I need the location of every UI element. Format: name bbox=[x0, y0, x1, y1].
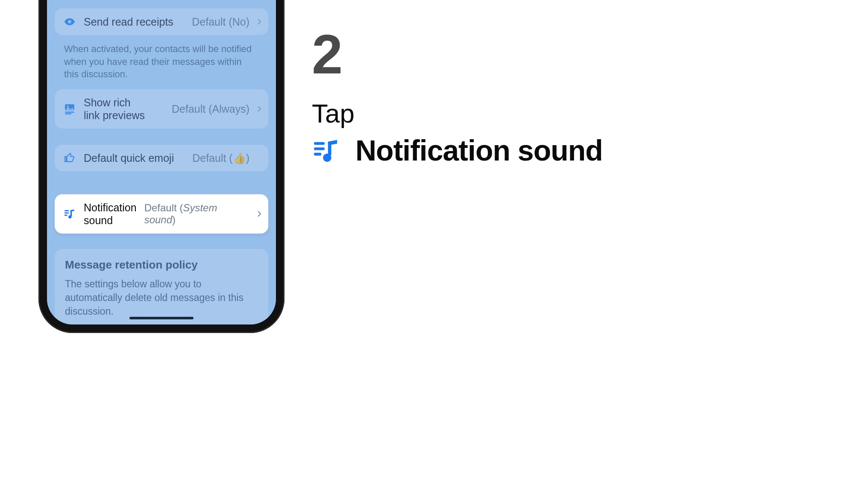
row-default-quick-emoji-value: Default (👍) bbox=[192, 152, 260, 164]
row-rich-link-previews-value: Default (Always) bbox=[172, 103, 260, 115]
svg-rect-11 bbox=[314, 153, 321, 156]
phone-screen: Send read receipts Default (No) When act… bbox=[47, 0, 276, 324]
row-rich-link-previews[interactable]: Show rich link previews Default (Always) bbox=[55, 89, 268, 129]
row-read-receipts[interactable]: Send read receipts Default (No) bbox=[55, 9, 268, 35]
svg-rect-4 bbox=[65, 113, 71, 114]
chevron-right-icon bbox=[257, 105, 261, 112]
music-list-icon bbox=[63, 207, 76, 220]
chevron-right-icon bbox=[257, 210, 261, 217]
retention-heading: Message retention policy bbox=[65, 258, 258, 272]
row-default-quick-emoji[interactable]: Default quick emoji Default (👍) bbox=[55, 145, 268, 171]
svg-rect-10 bbox=[314, 147, 325, 150]
row-default-quick-emoji-title: Default quick emoji bbox=[84, 152, 174, 164]
eye-icon bbox=[63, 15, 76, 28]
row-notification-sound[interactable]: Notification sound Default (System sound… bbox=[55, 194, 268, 234]
svg-rect-6 bbox=[65, 213, 69, 214]
row-notification-sound-value: Default (System sound) bbox=[144, 202, 260, 226]
home-indicator bbox=[129, 317, 194, 319]
instruction-action: Tap bbox=[312, 98, 782, 129]
music-list-icon bbox=[312, 137, 339, 164]
row-read-receipts-title: Send read receipts bbox=[84, 15, 173, 28]
section-retention-policy: Message retention policy The settings be… bbox=[55, 249, 268, 324]
retention-body: The settings below allow you to automati… bbox=[65, 278, 258, 318]
phone-device: Send read receipts Default (No) When act… bbox=[38, 0, 284, 333]
svg-rect-7 bbox=[65, 215, 67, 216]
thumbs-up-icon bbox=[63, 152, 76, 164]
step-number: 2 bbox=[312, 26, 782, 82]
svg-point-0 bbox=[68, 20, 71, 23]
instruction-target-label: Notification sound bbox=[355, 134, 603, 167]
svg-rect-3 bbox=[65, 112, 74, 113]
row-rich-link-previews-title-l1: Show rich bbox=[84, 96, 145, 109]
chevron-right-icon bbox=[257, 18, 261, 25]
row-read-receipts-value: Default (No) bbox=[192, 16, 260, 28]
row-notification-sound-title-l2: sound bbox=[84, 214, 137, 227]
row-rich-link-previews-title-l2: link previews bbox=[84, 109, 145, 122]
svg-point-12 bbox=[323, 154, 331, 162]
row-notification-sound-title-l1: Notification bbox=[84, 201, 137, 214]
instruction-panel: 2 Tap Notification sound bbox=[312, 26, 782, 167]
svg-rect-9 bbox=[314, 142, 325, 145]
row-read-receipts-desc: When activated, your contacts will be no… bbox=[55, 43, 268, 89]
svg-point-2 bbox=[67, 105, 69, 107]
svg-rect-5 bbox=[65, 210, 69, 211]
image-link-icon bbox=[63, 102, 76, 115]
svg-point-8 bbox=[68, 215, 71, 218]
